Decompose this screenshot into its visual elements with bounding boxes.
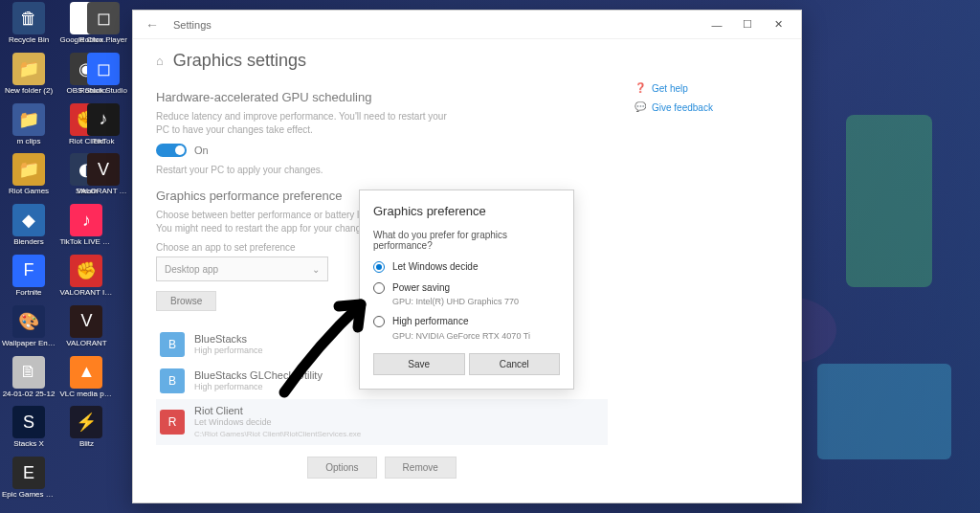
radio-label: Power saving: [392, 281, 519, 295]
app-icon: E: [12, 457, 45, 489]
app-icon: ✊: [70, 255, 102, 287]
app-icon: 🗑: [12, 2, 45, 34]
app-preference: Let Windows decide: [194, 417, 361, 428]
back-button[interactable]: ←: [141, 17, 164, 33]
app-icon: F: [12, 255, 45, 287]
desktop-icon[interactable]: 📁 Riot Games: [2, 153, 56, 196]
toggle-label: On: [194, 145, 209, 156]
desktop-icon[interactable]: ♪ TikTok: [77, 103, 130, 146]
help-icon: ❓: [635, 82, 646, 94]
icon-label: Blitz: [59, 440, 113, 449]
app-icon: V: [87, 153, 120, 186]
icon-label: VALORANT PBE: [77, 188, 130, 196]
app-icon: 📁: [12, 53, 45, 85]
save-button[interactable]: Save: [373, 353, 465, 375]
minimize-button[interactable]: —: [702, 13, 732, 36]
icon-label: Roblox Studio: [77, 87, 130, 96]
dialog-question: What do you prefer for graphics performa…: [373, 230, 560, 251]
dialog-title: Graphics preference: [373, 204, 560, 218]
desktop-icon[interactable]: S Stacks X: [2, 406, 56, 449]
give-feedback-link[interactable]: 💬 Give feedback: [635, 101, 778, 113]
icon-label: m clips: [2, 138, 56, 146]
radio-button[interactable]: [373, 316, 385, 327]
icon-label: TikTok: [77, 138, 130, 146]
app-icon: ▲: [70, 356, 102, 389]
icon-label: Riot Games: [2, 188, 56, 196]
icon-label: Epic Games Launcher: [2, 491, 56, 500]
app-icon: V: [70, 305, 102, 338]
app-icon: S: [12, 406, 45, 438]
app-icon: 📁: [12, 153, 45, 186]
radio-button[interactable]: [373, 261, 385, 273]
app-preference: High performance: [194, 346, 263, 356]
feedback-icon: 💬: [635, 101, 646, 113]
desktop-icon[interactable]: ◆ Blenders: [2, 204, 56, 247]
app-path: C:\Riot Games\Riot Client\RiotClientServ…: [194, 430, 361, 439]
app-type-select[interactable]: Desktop app ⌄: [156, 256, 328, 281]
icon-label: Wallpaper Engine: [2, 340, 56, 348]
icon-label: Roblox Player: [77, 36, 130, 45]
get-help-link[interactable]: ❓ Get help: [635, 82, 778, 94]
desktop-icon[interactable]: V VALORANT: [59, 305, 113, 348]
desktop-icon[interactable]: V VALORANT PBE: [77, 153, 130, 196]
app-icon: ⚡: [70, 406, 102, 438]
options-button[interactable]: Options: [307, 457, 376, 479]
app-icon: ♪: [70, 204, 102, 236]
icon-label: VALORANT Influence...: [59, 289, 113, 298]
desktop-icon-grid: 🗑 Recycle Bin📁 New folder (2)📁 m clips📁 …: [0, 0, 124, 507]
app-icon: 📁: [12, 103, 45, 136]
wallpaper-decor: [846, 115, 932, 287]
graphics-preference-dialog: Graphics preference What do you prefer f…: [359, 190, 574, 390]
icon-label: Fortnite: [2, 289, 56, 298]
select-value: Desktop app: [165, 264, 218, 275]
page-title: Graphics settings: [173, 51, 306, 71]
icon-label: Stacks X: [2, 440, 56, 449]
desktop-icon[interactable]: ◻ Roblox Player: [77, 2, 130, 45]
desktop-icon[interactable]: ▲ VLC media player: [59, 356, 113, 399]
app-icon: ◆: [12, 204, 45, 236]
close-button[interactable]: ✕: [763, 13, 793, 36]
desktop-icon[interactable]: ♪ TikTok LIVE Studio: [59, 204, 113, 247]
icon-label: New folder (2): [2, 87, 56, 96]
icon-label: VLC media player: [59, 390, 113, 399]
desktop-icon[interactable]: ✊ VALORANT Influence...: [59, 255, 113, 298]
desktop-icon[interactable]: 📁 m clips: [2, 103, 56, 146]
help-link-label: Get help: [652, 83, 688, 94]
app-icon: 🗎: [12, 356, 45, 389]
browse-button[interactable]: Browse: [156, 291, 216, 311]
app-icon: ♪: [87, 103, 120, 136]
gpu-scheduling-toggle[interactable]: [156, 144, 187, 157]
desktop-icon[interactable]: F Fortnite: [2, 255, 56, 298]
app-preference: High performance: [194, 382, 323, 392]
desktop-icon[interactable]: 🗎 24-01-02 25-12: [2, 356, 56, 399]
radio-sublabel: GPU: NVIDIA GeForce RTX 4070 Ti: [392, 330, 530, 342]
desktop-icon[interactable]: 🗑 Recycle Bin: [2, 2, 56, 45]
desktop-icon[interactable]: 🎨 Wallpaper Engine: [2, 305, 56, 348]
desktop-icon[interactable]: ⚡ Blitz: [59, 406, 113, 449]
cancel-button[interactable]: Cancel: [469, 353, 561, 375]
radio-button[interactable]: [373, 282, 385, 294]
wallpaper-decor: [817, 364, 951, 459]
window-title: Settings: [173, 19, 212, 31]
desktop-icon[interactable]: E Epic Games Launcher: [2, 457, 56, 500]
remove-button[interactable]: Remove: [385, 457, 457, 479]
app-icon: R: [160, 410, 185, 435]
icon-label: Recycle Bin: [2, 36, 56, 45]
app-icon: B: [160, 368, 185, 393]
app-name: Riot Client: [194, 405, 361, 417]
chevron-down-icon: ⌄: [312, 264, 320, 275]
app-name: BlueStacks GLCheck Utility: [194, 369, 323, 382]
maximize-button[interactable]: ☐: [732, 13, 763, 36]
app-icon: B: [160, 332, 185, 357]
icon-label: TikTok LIVE Studio: [59, 238, 113, 247]
app-icon: ◻: [87, 2, 120, 34]
radio-label: High performance: [392, 315, 530, 328]
app-name: BlueStacks: [194, 333, 263, 346]
app-list-item[interactable]: R Riot Client Let Windows decide C:\Riot…: [156, 399, 608, 445]
desktop-icon[interactable]: ◻ Roblox Studio: [77, 53, 130, 96]
icon-label: Blenders: [2, 238, 56, 247]
desktop-icon[interactable]: 📁 New folder (2): [2, 53, 56, 96]
icon-label: 24-01-02 25-12: [2, 390, 56, 399]
radio-sublabel: GPU: Intel(R) UHD Graphics 770: [392, 296, 519, 307]
home-icon[interactable]: ⌂: [156, 54, 164, 68]
